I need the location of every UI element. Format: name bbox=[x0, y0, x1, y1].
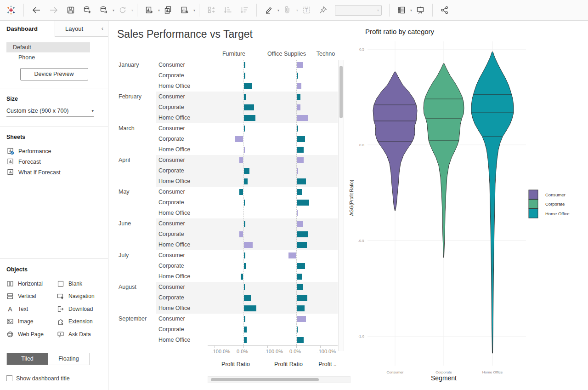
bar-furniture-july-consumer[interactable] bbox=[244, 252, 245, 258]
bar-furniture-august-corporate[interactable] bbox=[244, 295, 251, 301]
bar-furniture-march-corporate[interactable] bbox=[235, 136, 243, 142]
show-cards-button[interactable] bbox=[396, 4, 407, 16]
bar-furniture-january-home-office[interactable] bbox=[244, 83, 253, 89]
bar-furniture-september-consumer[interactable] bbox=[244, 316, 246, 322]
bar-office-june-home-office[interactable] bbox=[297, 242, 307, 248]
bar-furniture-august-home-office[interactable] bbox=[244, 305, 257, 311]
bar-furniture-august-consumer[interactable] bbox=[244, 284, 245, 290]
undo-button[interactable] bbox=[30, 5, 43, 16]
bar-office-january-consumer[interactable] bbox=[297, 62, 303, 68]
bar-furniture-january-corporate[interactable] bbox=[244, 73, 246, 79]
bar-office-july-home-office[interactable] bbox=[297, 274, 302, 280]
bar-office-may-consumer[interactable] bbox=[297, 189, 302, 195]
highlight-caret[interactable]: ▾ bbox=[277, 8, 279, 12]
presentation-mode-button[interactable] bbox=[414, 4, 426, 16]
bar-office-august-home-office[interactable] bbox=[297, 305, 305, 311]
show-dashboard-title-checkbox[interactable] bbox=[6, 375, 12, 381]
show-cards-caret[interactable]: ▾ bbox=[410, 8, 412, 12]
object-ask-data[interactable]: Ask Data bbox=[57, 328, 107, 341]
vertical-scrollbar[interactable] bbox=[338, 60, 344, 351]
object-vertical[interactable]: Vertical bbox=[6, 290, 57, 303]
bar-office-april-home-office[interactable] bbox=[297, 178, 306, 184]
bar-furniture-february-consumer[interactable] bbox=[244, 94, 246, 100]
legend-swatch-consumer[interactable] bbox=[529, 190, 538, 199]
bar-office-march-consumer[interactable] bbox=[297, 126, 299, 132]
new-worksheet-button[interactable] bbox=[143, 4, 155, 16]
vertical-scrollbar-thumb[interactable] bbox=[339, 66, 343, 118]
highlight-button[interactable] bbox=[263, 4, 275, 16]
tiled-button[interactable]: Tiled bbox=[7, 353, 48, 365]
bar-furniture-may-corporate[interactable] bbox=[244, 200, 245, 206]
tab-dashboard[interactable]: Dashboard bbox=[0, 21, 55, 37]
object-navigation[interactable]: Navigation bbox=[57, 290, 107, 303]
bar-furniture-july-home-office[interactable] bbox=[241, 274, 243, 280]
duplicate-sheet-button[interactable] bbox=[162, 4, 174, 16]
bar-furniture-april-home-office[interactable] bbox=[244, 178, 248, 184]
pause-updates-caret[interactable]: ▾ bbox=[113, 8, 114, 12]
bar-furniture-april-consumer[interactable] bbox=[239, 157, 243, 163]
device-item-phone[interactable]: Phone bbox=[6, 52, 90, 63]
bar-office-february-consumer[interactable] bbox=[297, 94, 301, 100]
clear-sheet-button[interactable] bbox=[179, 4, 191, 16]
bar-office-september-consumer[interactable] bbox=[297, 316, 306, 322]
violin-corporate[interactable] bbox=[424, 63, 464, 258]
pin-button[interactable] bbox=[317, 4, 329, 16]
bar-furniture-june-consumer[interactable] bbox=[244, 221, 246, 227]
sheet-item-performance[interactable]: Performance bbox=[0, 146, 108, 156]
object-extension[interactable]: Extension bbox=[57, 315, 107, 328]
bar-furniture-february-home-office[interactable] bbox=[244, 115, 255, 121]
bar-office-april-corporate[interactable] bbox=[297, 168, 298, 174]
bar-office-september-home-office[interactable] bbox=[297, 337, 304, 343]
bar-office-july-corporate[interactable] bbox=[297, 263, 305, 269]
object-image[interactable]: Image bbox=[6, 315, 57, 328]
violin-home-office[interactable] bbox=[471, 52, 514, 353]
bar-office-march-home-office[interactable] bbox=[297, 147, 304, 153]
object-text[interactable]: AText bbox=[6, 303, 57, 315]
bar-furniture-june-home-office[interactable] bbox=[244, 242, 253, 248]
legend-swatch-home-office[interactable] bbox=[529, 209, 538, 218]
collapse-pane-icon[interactable]: ‹ bbox=[102, 25, 103, 32]
object-web-page[interactable]: Web Page bbox=[6, 328, 57, 341]
bar-furniture-april-corporate[interactable] bbox=[244, 168, 250, 174]
bar-office-august-consumer[interactable] bbox=[297, 284, 303, 290]
save-button[interactable] bbox=[65, 4, 77, 16]
bar-furniture-july-corporate[interactable] bbox=[244, 263, 246, 269]
add-datasource-button[interactable] bbox=[81, 4, 93, 16]
bar-office-april-consumer[interactable] bbox=[297, 157, 304, 163]
bar-office-january-home-office[interactable] bbox=[297, 83, 302, 89]
sheet-item-forecast[interactable]: Forecast bbox=[0, 156, 108, 167]
bar-office-july-consumer[interactable] bbox=[288, 252, 296, 258]
bar-furniture-february-corporate[interactable] bbox=[244, 104, 254, 110]
bar-furniture-march-home-office[interactable] bbox=[244, 147, 245, 153]
bar-furniture-january-consumer[interactable] bbox=[244, 62, 245, 68]
floating-button[interactable]: Floating bbox=[48, 353, 89, 365]
legend-swatch-corporate[interactable] bbox=[529, 200, 538, 209]
sheet-item-what-if-forecast[interactable]: What If Forecast bbox=[0, 167, 108, 178]
horizontal-scrollbar-thumb[interactable] bbox=[211, 378, 319, 381]
bar-office-january-corporate[interactable] bbox=[297, 73, 299, 79]
bar-office-june-corporate[interactable] bbox=[297, 231, 309, 237]
object-horizontal[interactable]: Horizontal bbox=[6, 277, 57, 290]
object-blank[interactable]: Blank bbox=[57, 277, 107, 290]
bar-office-february-home-office[interactable] bbox=[297, 115, 309, 121]
bar-office-august-corporate[interactable] bbox=[297, 295, 308, 301]
pause-updates-button[interactable] bbox=[98, 4, 110, 16]
bar-furniture-march-consumer[interactable] bbox=[244, 126, 245, 132]
size-selector[interactable]: Custom size (900 x 700) ▾ bbox=[6, 108, 94, 117]
bar-furniture-september-home-office[interactable] bbox=[244, 337, 247, 343]
bar-furniture-june-corporate[interactable] bbox=[239, 231, 243, 237]
device-item-default[interactable]: Default bbox=[6, 42, 90, 52]
bar-office-september-corporate[interactable] bbox=[297, 327, 298, 333]
share-button[interactable] bbox=[439, 4, 451, 16]
new-worksheet-caret[interactable]: ▾ bbox=[158, 8, 160, 12]
object-download[interactable]: Download bbox=[57, 303, 107, 315]
bar-office-may-home-office[interactable] bbox=[297, 210, 298, 216]
tab-layout[interactable]: Layout bbox=[55, 21, 108, 37]
bar-furniture-september-corporate[interactable] bbox=[244, 327, 247, 333]
bar-office-february-corporate[interactable] bbox=[297, 104, 301, 110]
bar-office-june-consumer[interactable] bbox=[297, 221, 303, 227]
bar-furniture-may-consumer[interactable] bbox=[239, 189, 243, 195]
bar-office-march-corporate[interactable] bbox=[297, 136, 305, 142]
horizontal-scrollbar[interactable] bbox=[208, 376, 351, 383]
clear-sheet-caret[interactable]: ▾ bbox=[193, 8, 195, 12]
